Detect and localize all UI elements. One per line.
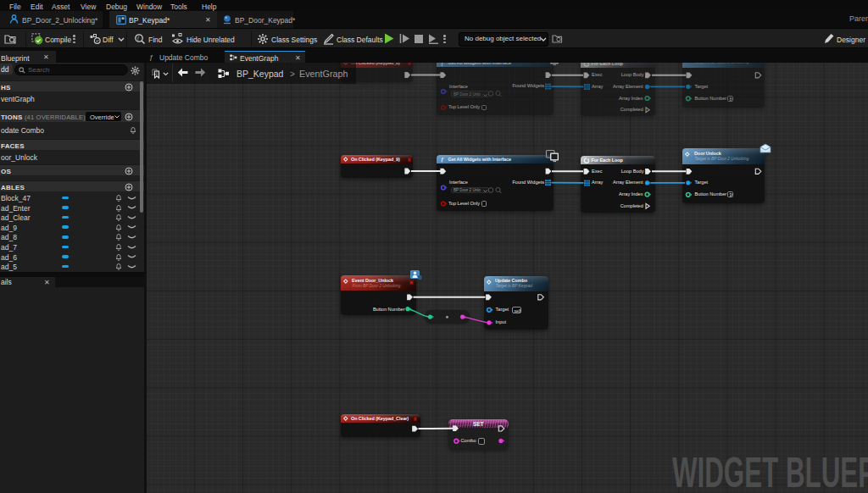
svg-text:f: f — [137, 36, 140, 41]
